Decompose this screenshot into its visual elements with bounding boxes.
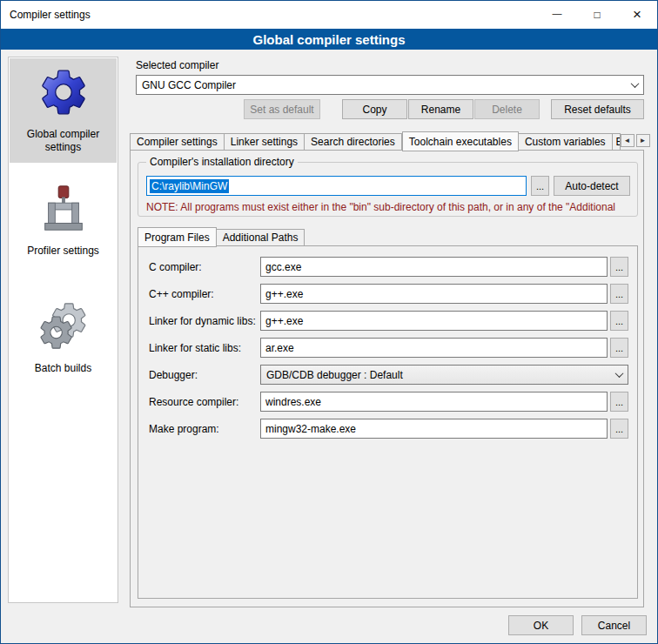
copy-button[interactable]: Copy: [342, 99, 407, 119]
tab-linker-settings[interactable]: Linker settings: [225, 133, 305, 151]
browse-button[interactable]: ...: [610, 311, 628, 331]
sidebar-item-profiler-settings[interactable]: Profiler settings: [10, 175, 117, 266]
field-label: Debugger:: [149, 369, 260, 381]
linker-dynamic-input[interactable]: [260, 311, 608, 331]
set-as-default-button[interactable]: Set as default: [244, 99, 320, 119]
tab-scroll-left-icon[interactable]: ◄: [621, 134, 634, 147]
toolchain-executables-panel: Compiler's installation directory C:\ray…: [130, 150, 644, 607]
titlebar[interactable]: Compiler settings — □ ×: [1, 1, 657, 29]
sidebar-item-global-compiler-settings[interactable]: Global compiler settings: [10, 58, 117, 163]
field-label: Linker for static libs:: [149, 342, 260, 354]
sidebar-item-batch-builds[interactable]: Batch builds: [10, 292, 117, 384]
tab-compiler-settings[interactable]: Compiler settings: [130, 133, 225, 151]
compiler-settings-window: Compiler settings — □ × Global compiler …: [0, 0, 658, 644]
debugger-value: GDB/CDB debugger : Default: [266, 369, 616, 381]
selected-compiler-value: GNU GCC Compiler: [142, 79, 632, 91]
selected-compiler-label: Selected compiler: [136, 59, 218, 71]
field-row-resource-compiler: Resource compiler: ...: [149, 392, 628, 412]
cancel-button[interactable]: Cancel: [581, 615, 647, 635]
field-row-linker-static: Linker for static libs: ...: [149, 338, 628, 358]
tab-scroll-right-icon[interactable]: ►: [636, 134, 650, 147]
dialog-footer: OK Cancel: [508, 615, 647, 635]
tab-program-files[interactable]: Program Files: [138, 227, 217, 247]
field-row-cpp-compiler: C++ compiler: ...: [149, 284, 628, 304]
field-label: Resource compiler:: [149, 396, 260, 408]
delete-button[interactable]: Delete: [474, 99, 540, 119]
debugger-select[interactable]: GDB/CDB debugger : Default: [260, 365, 628, 385]
browse-button[interactable]: ...: [610, 338, 628, 358]
settings-tab-strip: Compiler settings Linker settings Search…: [130, 131, 644, 151]
minimize-icon: —: [553, 8, 562, 18]
rename-button[interactable]: Rename: [408, 99, 473, 119]
browse-button[interactable]: ...: [610, 284, 628, 304]
program-files-tab-strip: Program Files Additional Paths: [138, 227, 305, 246]
cpp-compiler-input[interactable]: [260, 284, 608, 304]
field-row-c-compiler: C compiler: ...: [149, 257, 628, 277]
reset-defaults-button[interactable]: Reset defaults: [551, 99, 644, 119]
blue-gear-icon: [37, 65, 91, 119]
field-label: Make program:: [149, 423, 260, 435]
field-label: Linker for dynamic libs:: [149, 315, 260, 327]
compiler-buttons-row: Set as default Copy Rename Delete Reset …: [136, 99, 644, 119]
profiler-clamp-icon: [37, 182, 91, 236]
chevron-down-icon: [631, 79, 640, 88]
tab-custom-variables[interactable]: Custom variables: [519, 133, 613, 151]
field-label: C compiler:: [149, 261, 260, 273]
installation-directory-value: C:\raylib\MinGW: [150, 179, 229, 193]
tab-scroll-arrows: ◄ ►: [621, 134, 650, 147]
note-text: NOTE: All programs must exist either in …: [146, 201, 636, 213]
group-title: Compiler's installation directory: [146, 156, 298, 168]
sidebar-item-label: Global compiler settings: [11, 128, 115, 154]
installation-directory-input[interactable]: C:\raylib\MinGW: [146, 176, 527, 196]
settings-category-sidebar: Global compiler settings Profiler settin…: [8, 57, 118, 603]
tab-build-options-truncated[interactable]: Buil: [613, 133, 621, 151]
minimize-button[interactable]: —: [537, 1, 577, 29]
make-program-input[interactable]: [260, 419, 608, 439]
window-controls: — □ ×: [537, 1, 657, 29]
program-files-panel: C compiler: ... C++ compiler: ... Linker…: [138, 245, 638, 599]
installation-directory-row: C:\raylib\MinGW ... Auto-detect: [146, 176, 630, 196]
gray-gears-icon: [37, 299, 91, 353]
tab-additional-paths[interactable]: Additional Paths: [217, 229, 306, 246]
ok-button[interactable]: OK: [508, 615, 574, 635]
browse-button[interactable]: ...: [610, 257, 628, 277]
c-compiler-input[interactable]: [260, 257, 608, 277]
close-icon: ×: [633, 6, 641, 23]
sidebar-item-label: Profiler settings: [27, 245, 99, 258]
autodetect-button[interactable]: Auto-detect: [554, 176, 630, 196]
linker-static-input[interactable]: [260, 338, 608, 358]
field-row-debugger: Debugger: GDB/CDB debugger : Default: [149, 365, 628, 385]
close-button[interactable]: ×: [617, 1, 657, 29]
resource-compiler-input[interactable]: [260, 392, 608, 412]
tab-toolchain-executables[interactable]: Toolchain executables: [402, 131, 519, 151]
browse-button[interactable]: ...: [610, 392, 628, 412]
directory-browse-button[interactable]: ...: [531, 176, 549, 196]
selected-compiler-select[interactable]: GNU GCC Compiler: [136, 75, 644, 95]
field-row-linker-dynamic: Linker for dynamic libs: ...: [149, 311, 628, 331]
window-title: Compiler settings: [1, 9, 91, 21]
browse-button[interactable]: ...: [610, 419, 628, 439]
field-row-make-program: Make program: ...: [149, 419, 628, 439]
tab-search-directories[interactable]: Search directories: [305, 133, 402, 151]
maximize-icon: □: [594, 9, 600, 21]
maximize-button[interactable]: □: [577, 1, 617, 29]
page-title: Global compiler settings: [1, 29, 657, 50]
sidebar-item-label: Batch builds: [35, 362, 91, 375]
page-title-text: Global compiler settings: [252, 32, 405, 47]
installation-directory-group: Compiler's installation directory C:\ray…: [138, 162, 638, 217]
chevron-down-icon: [615, 369, 624, 378]
field-label: C++ compiler:: [149, 288, 260, 300]
